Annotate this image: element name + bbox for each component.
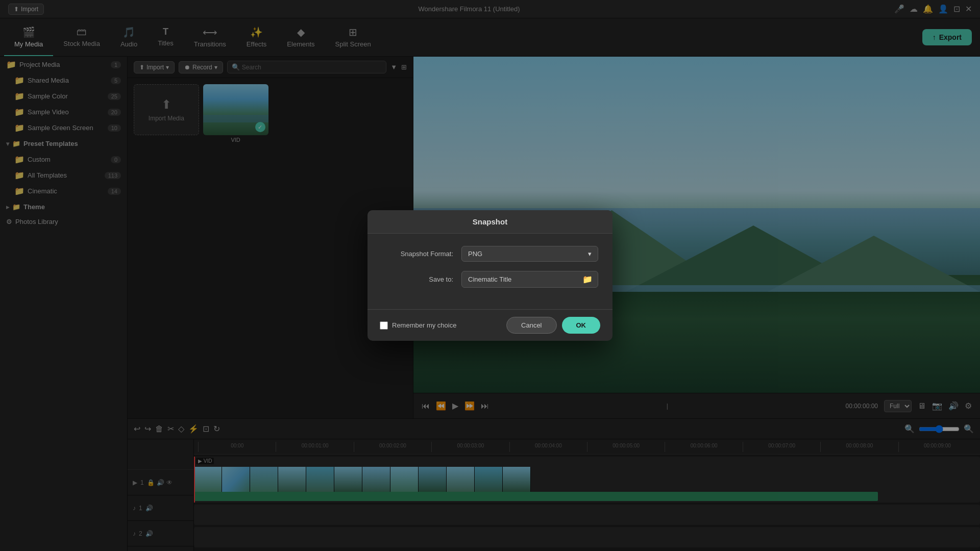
format-row: Snapshot Format: PNG ▾ bbox=[382, 246, 598, 262]
dialog-actions: Cancel OK bbox=[506, 317, 600, 334]
snapshot-dialog: Snapshot Snapshot Format: PNG ▾ Save to:… bbox=[368, 210, 612, 341]
remember-label: Remember my choice bbox=[392, 321, 456, 329]
remember-row: Remember my choice bbox=[380, 321, 456, 330]
format-dropdown-icon: ▾ bbox=[588, 250, 592, 258]
save-to-label: Save to: bbox=[382, 276, 453, 283]
dialog-footer: Remember my choice Cancel OK bbox=[368, 309, 612, 341]
save-to-input[interactable] bbox=[462, 272, 577, 287]
save-to-row: Save to: 📁 bbox=[382, 271, 598, 288]
cancel-button[interactable]: Cancel bbox=[506, 317, 556, 334]
dialog-overlay: Snapshot Snapshot Format: PNG ▾ Save to:… bbox=[0, 0, 980, 551]
save-to-input-container: 📁 bbox=[461, 271, 598, 288]
remember-checkbox[interactable] bbox=[380, 321, 388, 330]
dialog-body: Snapshot Format: PNG ▾ Save to: 📁 bbox=[368, 234, 612, 309]
format-label: Snapshot Format: bbox=[382, 250, 453, 258]
format-value: PNG bbox=[468, 250, 482, 258]
browse-folder-button[interactable]: 📁 bbox=[577, 271, 598, 287]
dialog-title: Snapshot bbox=[368, 210, 612, 234]
ok-button[interactable]: OK bbox=[562, 317, 601, 334]
folder-browse-icon: 📁 bbox=[582, 275, 593, 284]
format-select[interactable]: PNG ▾ bbox=[461, 246, 598, 262]
